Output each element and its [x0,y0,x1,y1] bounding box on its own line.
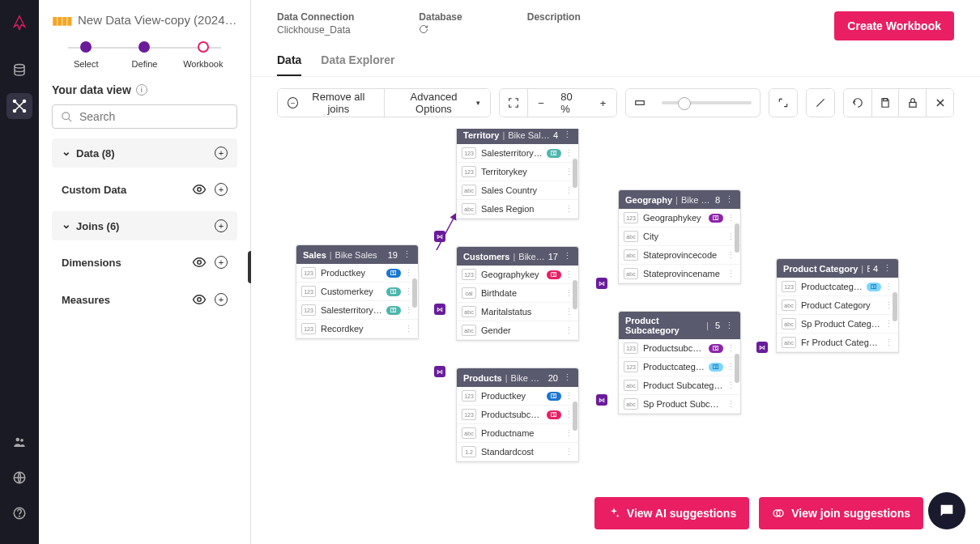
step-workbook[interactable]: Workbook [174,41,232,69]
row-menu-icon[interactable]: ⋮ [565,204,573,215]
table-menu-icon[interactable]: ⋮ [725,321,734,331]
tab-data[interactable]: Data [277,53,301,76]
row-menu-icon[interactable]: ⋮ [726,250,735,261]
row-menu-icon[interactable]: ⋮ [565,447,573,457]
column-row[interactable]: abcSp Product Subcateg...⋮ [619,395,740,414]
row-menu-icon[interactable]: ⋮ [404,324,413,334]
column-row[interactable]: abcSales Region⋮ [457,200,578,219]
row-menu-icon[interactable]: ⋮ [565,428,573,439]
table-menu-icon[interactable]: ⋮ [563,130,572,140]
join-node[interactable]: ⋈ [596,394,607,406]
info-icon[interactable]: i [136,84,147,96]
users-icon[interactable] [6,429,32,455]
column-row[interactable]: abcStateprovincename⋮ [619,265,740,283]
table-menu-icon[interactable]: ⋮ [883,263,892,274]
column-row[interactable]: abcProduct Category⋮ [777,296,898,315]
step-select[interactable]: Select [57,41,115,69]
fit-icon[interactable] [500,89,526,117]
custom-data-row[interactable]: Custom Data + [52,174,237,205]
chat-fab[interactable] [928,492,965,529]
ruler-icon[interactable] [626,89,653,117]
card-scrollbar[interactable] [573,159,577,188]
database-icon[interactable] [6,57,32,83]
refresh-icon[interactable] [419,24,428,34]
join-node[interactable]: ⋈ [756,342,768,353]
row-menu-icon[interactable]: ⋮ [565,148,573,159]
table-menu-icon[interactable]: ⋮ [725,194,734,205]
table-menu-icon[interactable]: ⋮ [403,249,411,260]
model-icon[interactable] [6,93,32,119]
column-row[interactable]: 123Salesterritoryk...⚿⋮ [296,301,418,320]
save-icon[interactable] [871,89,899,117]
card-scrollbar[interactable] [735,354,739,383]
row-menu-icon[interactable]: ⋮ [565,307,573,317]
column-row[interactable]: abcMaritalstatus⋮ [457,303,578,321]
table-menu-icon[interactable]: ⋮ [563,372,572,383]
column-row[interactable]: calBirthdate⋮ [457,284,578,303]
row-menu-icon[interactable]: ⋮ [884,282,893,292]
row-menu-icon[interactable]: ⋮ [884,319,893,329]
row-menu-icon[interactable]: ⋮ [726,213,735,223]
column-row[interactable]: 123Productkey⚿⋮ [296,264,418,283]
table-header[interactable]: Products|Bike Sales20⋮ [457,368,578,387]
row-menu-icon[interactable]: ⋮ [726,399,735,410]
column-row[interactable]: abcFr Product Category⋮ [777,334,898,352]
add-custom-icon[interactable]: + [215,183,228,196]
row-menu-icon[interactable]: ⋮ [404,305,413,316]
add-join-icon[interactable]: + [215,219,228,232]
column-row[interactable]: abcProductname⋮ [457,424,578,443]
column-row[interactable]: abcCity⋮ [619,227,740,246]
column-row[interactable]: 123Customerkey⚿⋮ [296,283,418,301]
undo-icon[interactable] [844,89,871,117]
table-header[interactable]: Customers|Bike Sales17⋮ [457,247,578,266]
column-row[interactable]: abcSp Product Category⋮ [777,315,898,334]
add-dim-icon[interactable]: + [215,256,228,269]
table-card-category[interactable]: Product Category|Bike S...4⋮123Productca… [776,258,899,353]
step-define[interactable]: Define [115,41,173,69]
close-icon[interactable] [926,89,953,117]
dimensions-row[interactable]: Dimensions + [52,247,237,278]
column-row[interactable]: abcStateprovincecode⋮ [619,246,740,265]
column-row[interactable]: 123Productkey⚿⋮ [457,387,578,406]
table-card-subcat[interactable]: Product Subcategory|Bik...5⋮123Productsu… [618,311,741,414]
table-header[interactable]: Territory|Bike Sales4⋮ [457,129,578,144]
search-input[interactable] [79,110,228,123]
column-row[interactable]: 123Productcatego...⚿⋮ [619,358,740,376]
table-header[interactable]: Product Category|Bike S...4⋮ [777,259,898,278]
table-header[interactable]: Sales|Bike Sales19⋮ [296,245,418,264]
card-scrollbar[interactable] [735,223,739,253]
row-menu-icon[interactable]: ⋮ [726,269,735,279]
card-scrollbar[interactable] [573,280,577,309]
row-menu-icon[interactable]: ⋮ [726,343,735,354]
column-row[interactable]: abcSales Country⋮ [457,181,578,200]
table-card-sales[interactable]: Sales|Bike Sales19⋮123Productkey⚿⋮123Cus… [296,244,419,339]
eye-icon[interactable] [192,292,207,307]
eye-icon[interactable] [192,255,207,270]
joins-section[interactable]: Joins (6) + [52,211,237,240]
join-node[interactable]: ⋈ [434,304,445,315]
join-node[interactable]: ⋈ [596,278,607,289]
table-card-products[interactable]: Products|Bike Sales20⋮123Productkey⚿⋮123… [456,368,579,462]
column-row[interactable]: abcGender⋮ [457,321,578,340]
join-suggestions-button[interactable]: View join suggestions [759,497,923,529]
ai-suggestions-button[interactable]: View AI suggestions [594,497,749,529]
zoom-out-button[interactable]: − [527,89,555,117]
table-card-customers[interactable]: Customers|Bike Sales17⋮123Geographykey⚿⋮… [456,246,579,341]
zoom-slider[interactable] [662,101,752,104]
table-header[interactable]: Product Subcategory|Bik...5⋮ [619,312,740,339]
table-card-territory[interactable]: Territory|Bike Sales4⋮123Salesterritoryk… [456,129,579,219]
column-row[interactable]: 123Productcategoryk...⚿⋮ [777,278,898,296]
column-row[interactable]: 123Geographykey⚿⋮ [457,266,578,284]
column-row[interactable]: abcProduct Subcategory⋮ [619,376,740,395]
column-row[interactable]: 123Productsubcat...⚿⋮ [619,339,740,358]
row-menu-icon[interactable]: ⋮ [884,338,893,348]
lock-icon[interactable] [898,89,926,117]
row-menu-icon[interactable]: ⋮ [726,380,735,391]
row-menu-icon[interactable]: ⋮ [565,391,573,402]
add-measure-icon[interactable]: + [215,293,228,306]
join-node[interactable]: ⋈ [434,366,445,377]
column-row[interactable]: 123Territorykey⋮ [457,163,578,181]
column-row[interactable]: 123Productsubcat...⚿⋮ [457,406,578,424]
help-icon[interactable] [6,500,32,526]
row-menu-icon[interactable]: ⋮ [404,268,413,278]
